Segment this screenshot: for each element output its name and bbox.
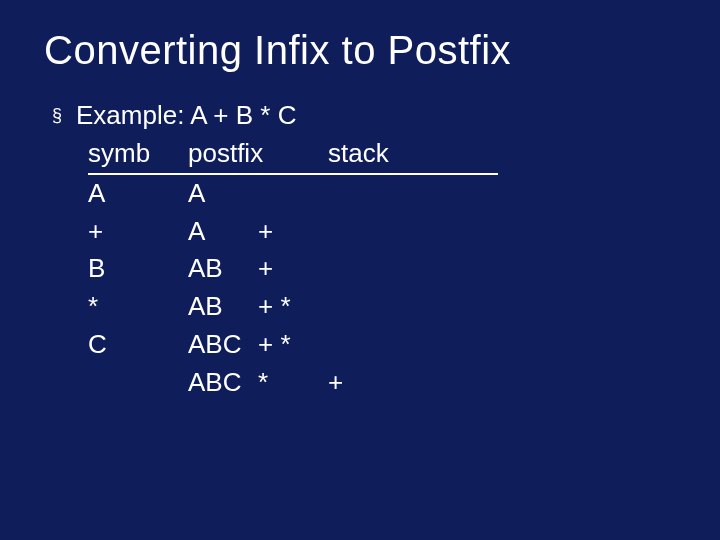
- cell-stack: [328, 175, 498, 213]
- cell-stack: [328, 250, 498, 288]
- cell-extra: [258, 175, 328, 213]
- slide-title: Converting Infix to Postfix: [44, 28, 676, 73]
- table-row: * AB + *: [88, 288, 498, 326]
- cell-postfix: ABC: [188, 326, 258, 364]
- cell-symb: *: [88, 288, 188, 326]
- cell-extra: +: [258, 250, 328, 288]
- cell-extra: + *: [258, 288, 328, 326]
- example-bullet: § Example: A + B * C: [52, 97, 676, 133]
- section-bullet-icon: §: [52, 97, 62, 133]
- slide-body: § Example: A + B * C symb postfix stack …: [52, 97, 676, 401]
- table-row: A A: [88, 175, 498, 213]
- cell-symb: C: [88, 326, 188, 364]
- example-text: Example: A + B * C: [76, 97, 296, 133]
- slide: Converting Infix to Postfix § Example: A…: [0, 0, 720, 540]
- cell-stack: [328, 288, 498, 326]
- col-header-stack: stack: [328, 135, 498, 173]
- cell-stack: [328, 326, 498, 364]
- cell-postfix: A: [188, 175, 258, 213]
- cell-postfix: A: [188, 213, 258, 251]
- cell-symb: B: [88, 250, 188, 288]
- cell-extra: + *: [258, 326, 328, 364]
- cell-extra: +: [258, 213, 328, 251]
- col-header-postfix: postfix: [188, 135, 258, 173]
- cell-symb: +: [88, 213, 188, 251]
- cell-postfix: AB: [188, 250, 258, 288]
- cell-stack: [328, 213, 498, 251]
- table-row: ABC * +: [88, 364, 498, 402]
- col-header-symb: symb: [88, 135, 188, 173]
- col-header-blank: [258, 135, 328, 173]
- cell-symb: [88, 364, 188, 402]
- cell-symb: A: [88, 175, 188, 213]
- table-row: C ABC + *: [88, 326, 498, 364]
- cell-postfix: ABC: [188, 364, 258, 402]
- cell-postfix: AB: [188, 288, 258, 326]
- cell-extra: *: [258, 364, 328, 402]
- table-row: + A +: [88, 213, 498, 251]
- table-header-row: symb postfix stack: [88, 135, 498, 175]
- trace-table: symb postfix stack A A + A + B AB +: [88, 135, 498, 401]
- table-row: B AB +: [88, 250, 498, 288]
- cell-stack: +: [328, 364, 498, 402]
